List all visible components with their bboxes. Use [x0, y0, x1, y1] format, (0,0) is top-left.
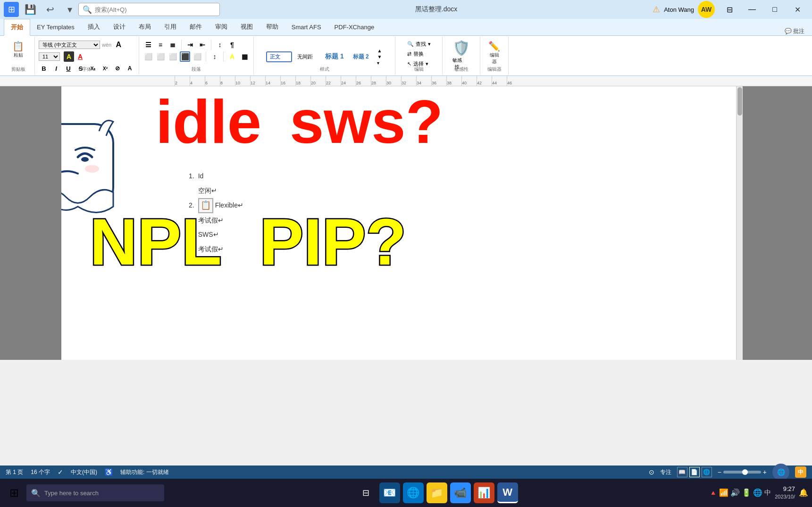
- tab-review[interactable]: 审阅: [209, 18, 234, 35]
- ruler-mark: 30: [386, 76, 401, 86]
- taskbar-outlook[interactable]: 📧: [379, 482, 400, 503]
- outdent-button[interactable]: ⇤: [197, 40, 208, 50]
- editor-button[interactable]: ✏️ 编辑器: [486, 40, 503, 66]
- tab-layout[interactable]: 布局: [132, 18, 158, 35]
- search-taskbar-icon: 🔍: [31, 489, 41, 498]
- ruler-mark: 44: [492, 76, 507, 86]
- tab-home[interactable]: 开始: [4, 19, 30, 36]
- taskbar-taskview[interactable]: ⊟: [356, 482, 377, 503]
- zoom-in-button[interactable]: +: [763, 468, 767, 476]
- justify-button[interactable]: ⬛: [180, 51, 190, 62]
- borders-button[interactable]: ▦: [239, 51, 250, 62]
- language-icon[interactable]: 中: [764, 489, 771, 497]
- zoom-slider[interactable]: [723, 471, 761, 474]
- comment-btn[interactable]: 💬 批注: [785, 27, 804, 35]
- ruler-mark: 4: [190, 76, 205, 86]
- sort-button[interactable]: ↕: [215, 40, 225, 50]
- tab-help[interactable]: 帮助: [260, 18, 285, 35]
- ruler-mark: 14: [265, 76, 280, 86]
- print-view-button[interactable]: 📄: [689, 467, 700, 477]
- style-heading1[interactable]: 标题 1: [321, 50, 348, 63]
- web-view-button[interactable]: 🌐: [702, 467, 712, 477]
- network-icon[interactable]: 📶: [719, 488, 728, 497]
- ruler-inner: 2 4 6 8 10 12 14 16 18 20 22 24 26 28 30…: [0, 76, 522, 86]
- left-margin: [0, 86, 61, 360]
- customize-button[interactable]: ▾: [61, 1, 78, 18]
- focus-icon[interactable]: ⊙: [649, 468, 654, 476]
- save-button[interactable]: 💾: [22, 1, 39, 18]
- mascot-container: [61, 115, 137, 223]
- highlight-btn[interactable]: A: [64, 51, 74, 62]
- tray-expand-icon[interactable]: 🔺: [709, 489, 717, 497]
- clock-time: 9:27: [775, 485, 795, 493]
- ribbon-group-sensitivity: 🛡️ 敏感性 敏感性: [443, 37, 480, 75]
- search-input[interactable]: [95, 6, 216, 13]
- wen-indicator: wén: [102, 42, 111, 48]
- document-page[interactable]: idle sws? 1. Id 空闲↵ 2. 📋 Flexible↵ 考试: [61, 86, 736, 360]
- ime-icon[interactable]: 🌐: [753, 488, 762, 497]
- bullets-button[interactable]: ☰: [143, 40, 153, 50]
- doc-title: 黑话整理.docx: [220, 5, 653, 14]
- maximize-button[interactable]: □: [764, 1, 786, 18]
- style-no-spacing[interactable]: 无间距: [293, 51, 320, 62]
- tab-design[interactable]: 设计: [107, 18, 132, 35]
- battery-icon[interactable]: 🔋: [742, 488, 751, 497]
- tab-pdf-xchange[interactable]: PDF-XChange: [328, 18, 381, 35]
- ruler-mark: 18: [295, 76, 310, 86]
- show-marks-button[interactable]: ¶: [227, 40, 237, 50]
- tab-references[interactable]: 引用: [158, 18, 183, 35]
- numbering-button[interactable]: ≡: [155, 40, 166, 50]
- font-family-select[interactable]: 等线 (中文正文: [39, 41, 100, 49]
- indent-button[interactable]: ⇥: [185, 40, 195, 50]
- taskbar-explorer[interactable]: 📁: [427, 482, 447, 503]
- tab-smart-afs[interactable]: Smart AFS: [285, 18, 328, 35]
- tab-view[interactable]: 视图: [234, 18, 260, 35]
- taskbar-edge[interactable]: 🌐: [403, 482, 424, 503]
- ruler-mark: 12: [250, 76, 265, 86]
- notifications-icon[interactable]: 🔔: [799, 488, 808, 497]
- page-indicator: 第 1 页: [6, 468, 23, 476]
- taskbar-zoom[interactable]: 📹: [450, 482, 471, 503]
- tab-mailings[interactable]: 邮件: [183, 18, 209, 35]
- find-dropdown-icon[interactable]: ▾: [428, 41, 431, 47]
- minimize-button[interactable]: —: [741, 1, 763, 18]
- ribbon-group-clipboard: 📋 粘贴 剪贴板: [2, 37, 35, 75]
- dock-button[interactable]: ⊟: [719, 1, 740, 18]
- scroll-thumb[interactable]: [737, 87, 742, 116]
- search-icon: 🔍: [83, 5, 92, 14]
- taskbar-powerpoint[interactable]: 📊: [474, 482, 494, 503]
- line-spacing-button[interactable]: ↕: [209, 51, 220, 62]
- align-center-button[interactable]: ⬜: [155, 51, 166, 62]
- taskbar-search[interactable]: 🔍 Type here to search: [26, 484, 164, 501]
- distribute-button[interactable]: ⬜: [192, 51, 202, 62]
- paste-button[interactable]: 📋 粘贴: [10, 40, 27, 59]
- start-button[interactable]: ⊞: [4, 482, 25, 503]
- word-count: 16 个字: [31, 468, 50, 476]
- font-size-select[interactable]: 11: [39, 52, 60, 61]
- zoom-out-button[interactable]: −: [718, 468, 721, 476]
- align-left-button[interactable]: ⬜: [143, 51, 153, 62]
- close-button[interactable]: ✕: [787, 1, 808, 18]
- focus-label[interactable]: 专注: [660, 468, 671, 476]
- multilevel-button[interactable]: ≣: [167, 40, 178, 50]
- style-gallery-arrows[interactable]: ▲ ▼ ▾: [377, 48, 383, 66]
- find-button[interactable]: 🔍 查找 ▾: [405, 40, 433, 49]
- shading-button[interactable]: A: [227, 51, 237, 62]
- tab-insert[interactable]: 插入: [81, 18, 107, 35]
- vertical-scrollbar[interactable]: [736, 86, 743, 360]
- font-color-btn[interactable]: A: [113, 40, 124, 50]
- status-bar: 第 1 页 16 个字 ✓ 中文(中国) ♿ 辅助功能: 一切就绪 ⊙ 专注 📖…: [0, 465, 812, 479]
- sound-icon[interactable]: 🔊: [730, 488, 740, 497]
- undo-button[interactable]: ↩: [42, 1, 59, 18]
- style-heading2[interactable]: 标题 2: [349, 51, 376, 63]
- taskbar-word[interactable]: W: [497, 482, 518, 503]
- read-view-button[interactable]: 📖: [677, 467, 687, 477]
- font-color-btn-2[interactable]: A: [75, 51, 85, 62]
- clock[interactable]: 9:27 2023/10/: [775, 485, 795, 501]
- align-right-button[interactable]: ⬜: [167, 51, 178, 62]
- replace-button[interactable]: ⇄ 替换: [405, 50, 426, 58]
- tab-ey-templates[interactable]: EY Templates: [30, 18, 81, 35]
- paste-icon: 📋: [12, 41, 24, 52]
- style-normal[interactable]: 正文: [266, 51, 293, 62]
- search-bar[interactable]: 🔍: [78, 3, 220, 16]
